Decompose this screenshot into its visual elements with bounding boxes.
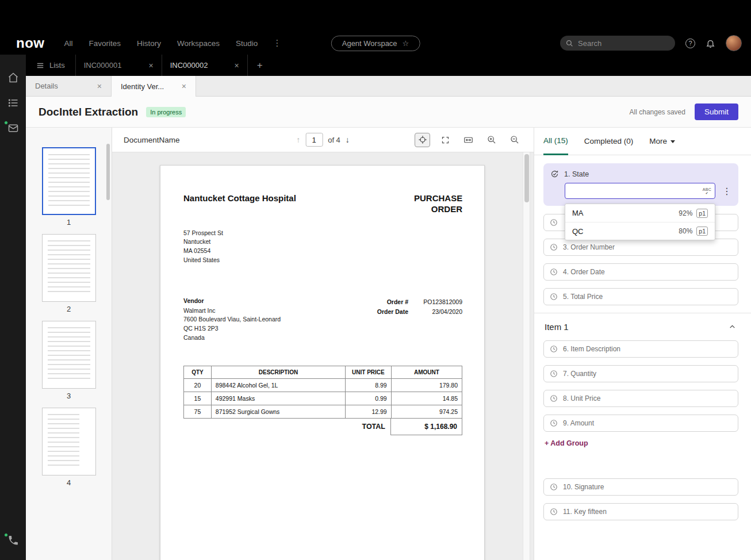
table-row: 75 871952 Surgical Gowns 12.99 974.25 [184, 405, 462, 418]
close-icon[interactable] [149, 61, 154, 70]
abc-check-icon[interactable] [703, 187, 711, 195]
help-icon[interactable] [685, 39, 695, 48]
thumbnail-image[interactable] [42, 408, 96, 475]
clock-icon [550, 293, 558, 301]
thumbnail-content [48, 154, 90, 208]
chevron-up-icon[interactable] [729, 323, 736, 331]
document-scrollbar-thumb[interactable] [524, 154, 529, 202]
global-search[interactable] [560, 36, 675, 51]
thumbnail-page-1[interactable]: 1 [26, 147, 112, 227]
workspace-pill[interactable]: Agent Worspace [331, 36, 420, 51]
page-number-input[interactable] [305, 133, 323, 147]
option-page-badge: p1 [696, 227, 708, 236]
phone-icon[interactable] [7, 535, 19, 546]
star-icon[interactable] [403, 39, 409, 48]
page-navigator: of 4 [296, 133, 350, 147]
thumbnail-image[interactable] [42, 234, 96, 302]
zoom-out-tool[interactable] [507, 133, 522, 147]
clock-icon [550, 218, 558, 227]
close-icon[interactable] [235, 61, 239, 70]
cell-description: 898442 Alcohol Gel, 1L [211, 378, 345, 392]
bell-icon[interactable] [706, 39, 715, 48]
suggestion-option-qc[interactable]: QC 80% p1 [565, 222, 715, 240]
doc-vendor-label: Vendor [183, 297, 281, 304]
record-tab-label: INC000002 [170, 61, 208, 70]
thumbnail-image[interactable] [42, 147, 96, 215]
document-scrollbar[interactable] [523, 152, 530, 560]
close-icon[interactable] [182, 82, 186, 91]
doc-vendor-line: 7600 Boulevard Viau, Saint-Leonard [183, 315, 281, 324]
tab-completed[interactable]: Completed (0) [584, 128, 634, 155]
cell-qty: 15 [184, 392, 212, 405]
field-kebab-icon[interactable] [722, 186, 731, 197]
cell-unit-price: 8.99 [346, 378, 392, 392]
document-name: DocumentName [124, 136, 180, 144]
fullscreen-tool[interactable] [438, 133, 453, 147]
cell-description: 871952 Surgical Gowns [211, 405, 345, 418]
page-count-label: of 4 [328, 136, 340, 144]
home-icon[interactable] [7, 72, 19, 83]
option-label: QC [572, 227, 584, 236]
cell-amount: 974.25 [391, 405, 462, 418]
field-card-item-description[interactable]: 6. Item Description [543, 340, 738, 358]
search-input[interactable] [578, 39, 669, 48]
item-group-header[interactable]: Item 1 [545, 322, 736, 332]
thumbnail-page-2[interactable]: 2 [26, 234, 112, 313]
field-card-key-fifteen[interactable]: 11. Key fifteen [543, 503, 738, 520]
crosshair-select-tool[interactable] [415, 133, 430, 147]
field-card-state[interactable]: 1. State [543, 163, 738, 206]
nav-item-all[interactable]: All [64, 39, 73, 48]
suggestion-option-ma[interactable]: MA 92% p1 [565, 204, 715, 222]
field-card-unit-price[interactable]: 8. Unit Price [543, 390, 738, 407]
field-label: 4. Order Date [563, 268, 605, 276]
tab-all[interactable]: All (15) [543, 128, 568, 155]
page-down-icon[interactable] [346, 135, 350, 144]
thumbnail-panel: 1 2 3 4 [26, 128, 112, 560]
nav-item-studio[interactable]: Studio [236, 39, 258, 48]
field-card-total-price[interactable]: 5. Total Price [543, 288, 738, 305]
field-card-order-date[interactable]: 4. Order Date [543, 263, 738, 281]
avatar[interactable] [726, 35, 742, 51]
inbox-icon[interactable] [7, 122, 19, 134]
field-card-signature[interactable]: 10. Signature [543, 478, 738, 496]
tab-more[interactable]: More [649, 128, 675, 155]
section-divider [534, 313, 751, 313]
lists-label: Lists [49, 61, 65, 70]
add-group-link[interactable]: + Add Group [545, 439, 738, 447]
record-tab-inc000002[interactable]: INC000002 [162, 55, 248, 76]
order-date-value: 23/04/2020 [417, 308, 462, 315]
nav-item-history[interactable]: History [137, 39, 161, 48]
page-up-icon[interactable] [296, 135, 300, 144]
thumbnail-page-4[interactable]: 4 [26, 408, 112, 487]
document-page[interactable]: Nantucket Cottage Hospital PURCHASE ORDE… [160, 165, 485, 560]
thumbnail-scrollbar[interactable] [106, 144, 110, 200]
submit-button[interactable]: Submit [695, 103, 738, 120]
state-value-input[interactable] [565, 183, 703, 198]
close-icon[interactable] [97, 82, 102, 91]
zoom-out-icon [510, 135, 519, 144]
fields-tabs: All (15) Completed (0) More [534, 128, 751, 155]
new-tab-button[interactable] [248, 55, 272, 76]
nav-item-favorites[interactable]: Favorites [89, 39, 121, 48]
field-card-amount[interactable]: 9. Amount [543, 415, 738, 432]
fit-width-tool[interactable] [461, 133, 476, 147]
crosshair-icon [418, 135, 427, 144]
field-card-quantity[interactable]: 7. Quantity [543, 365, 738, 382]
record-tab-inc000001[interactable]: INC000001 [75, 55, 162, 76]
subtab-details[interactable]: Details [26, 76, 111, 96]
subtab-identity-verification[interactable]: Identity Ver... [111, 76, 196, 97]
field-card-order-number[interactable]: 3. Order Number [543, 239, 738, 256]
thumbnail-page-number: 1 [26, 218, 112, 227]
table-row: 15 492991 Masks 0.99 14.85 [184, 392, 462, 405]
thumbnail-page-3[interactable]: 3 [26, 321, 112, 400]
cell-amount: 14.85 [391, 392, 462, 405]
lists-button[interactable]: Lists [26, 55, 75, 76]
field-label: 1. State [564, 170, 589, 178]
nav-item-workspaces[interactable]: Workspaces [177, 39, 220, 48]
list-icon[interactable] [7, 97, 19, 109]
nav-overflow-kebab-icon[interactable] [273, 38, 281, 48]
viewer-toolbar: DocumentName of 4 [112, 128, 534, 152]
topbar-right-group [560, 35, 742, 51]
zoom-in-tool[interactable] [484, 133, 499, 147]
thumbnail-image[interactable] [42, 321, 96, 389]
